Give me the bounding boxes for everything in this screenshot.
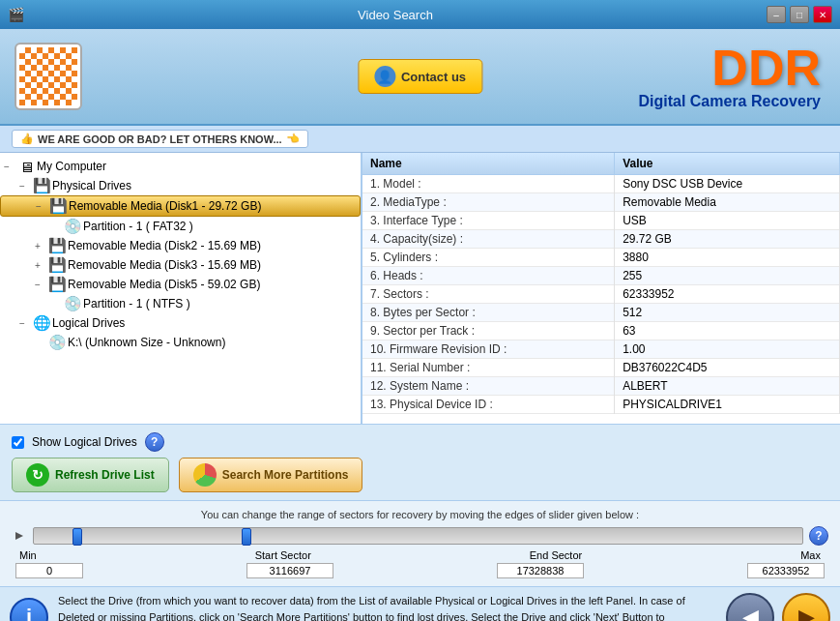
slider-track[interactable]	[33, 527, 803, 545]
thumbs-icon: 👍	[20, 133, 34, 145]
search-partitions-button[interactable]: Search More Partitions	[179, 458, 363, 492]
property-value: 29.72 GB	[615, 230, 840, 249]
table-row: 1. Model :Sony DSC USB Device	[362, 175, 840, 193]
tree-item-icon: 💾	[49, 197, 67, 215]
properties-rows: 1. Model :Sony DSC USB Device2. MediaTyp…	[362, 175, 840, 414]
tree-item[interactable]: 💿K:\ (Unknown Size - Unknown)	[0, 333, 361, 352]
property-name: 2. MediaType :	[362, 193, 615, 212]
banner: 👍 WE ARE GOOD OR BAD? LET OTHERS KNOW...…	[0, 126, 840, 153]
nav-buttons: ◀ ▶	[726, 593, 830, 621]
table-row: 4. Capacity(size) :29.72 GB	[362, 230, 840, 249]
tree-expand-btn[interactable]: −	[19, 318, 31, 329]
tree-expand-btn[interactable]: +	[35, 260, 46, 271]
tree-item-label: Logical Drives	[50, 316, 125, 330]
properties-panel: Name Value 1. Model :Sony DSC USB Device…	[362, 153, 840, 424]
tree-item-icon: 💿	[48, 334, 66, 351]
ddr-logo-text: DDR	[638, 43, 821, 93]
property-value: Sony DSC USB Device	[615, 175, 840, 193]
slider-track-row: ?	[12, 526, 828, 546]
ddr-branding: DDR Digital Camera Recovery	[638, 43, 821, 110]
banner-text: 👍 WE ARE GOOD OR BAD? LET OTHERS KNOW...…	[12, 130, 308, 148]
table-row: 10. Firmware Revision ID :1.00	[362, 340, 840, 359]
tree-item[interactable]: +💾Removable Media (Disk2 - 15.69 MB)	[0, 236, 361, 255]
property-name: 7. Sectors :	[362, 285, 615, 304]
hand-icon: 👈	[286, 133, 300, 145]
table-row: 2. MediaType :Removable Media	[362, 193, 840, 212]
next-button[interactable]: ▶	[782, 593, 830, 621]
max-value-field[interactable]	[747, 563, 825, 578]
titlebar: 🎬 Video Search – □ ✕	[0, 0, 840, 29]
tree-item[interactable]: −💾Removable Media (Disk5 - 59.02 GB)	[0, 275, 361, 294]
titlebar-icon: 🎬	[8, 7, 24, 22]
info-bar: i Select the Drive (from which you want …	[0, 586, 840, 621]
back-button[interactable]: ◀	[726, 593, 774, 621]
property-name: 6. Heads :	[362, 267, 615, 285]
tree-expand-btn[interactable]: −	[36, 201, 47, 212]
table-row: 3. Interface Type :USB	[362, 212, 840, 230]
property-name: 4. Capacity(size) :	[362, 230, 615, 249]
slider-description: You can change the range of sectors for …	[12, 509, 828, 520]
table-row: 11. Serial Number :DB376022C4D5	[362, 359, 840, 377]
contact-button[interactable]: 👤 Contact us	[358, 59, 482, 94]
properties-table: Name Value 1. Model :Sony DSC USB Device…	[362, 153, 840, 414]
drive-tree[interactable]: −🖥My Computer−💾Physical Drives−💾Removabl…	[0, 153, 361, 424]
slider-section: You can change the range of sectors for …	[0, 500, 840, 586]
titlebar-controls: – □ ✕	[767, 6, 832, 23]
property-value: PHYSICALDRIVE1	[615, 396, 840, 414]
tree-expand-btn[interactable]: +	[35, 241, 46, 251]
property-value: 63	[615, 322, 840, 340]
tree-item[interactable]: 💿Partition - 1 ( NTFS )	[0, 294, 361, 313]
tree-item[interactable]: −💾Physical Drives	[0, 176, 361, 195]
property-value: 255	[615, 267, 840, 285]
tree-expand-btn[interactable]: −	[35, 280, 46, 290]
tree-item-icon: 💿	[64, 218, 81, 235]
slider-left-handle[interactable]	[72, 528, 82, 546]
slider-help-button[interactable]: ?	[809, 526, 828, 546]
min-value-field[interactable]	[15, 563, 83, 578]
refresh-label: Refresh Drive List	[55, 468, 155, 482]
header-area: 👤 Contact us DDR Digital Camera Recovery	[0, 29, 840, 126]
tree-expand-btn[interactable]: −	[4, 162, 15, 172]
info-icon: i	[10, 598, 48, 621]
tree-item-label: Removable Media (Disk3 - 15.69 MB)	[66, 258, 261, 272]
action-buttons: ↻ Refresh Drive List Search More Partiti…	[12, 458, 828, 492]
tree-item[interactable]: +💾Removable Media (Disk3 - 15.69 MB)	[0, 255, 361, 275]
start-sector-field[interactable]	[246, 563, 333, 578]
close-button[interactable]: ✕	[813, 6, 832, 23]
contact-icon: 👤	[374, 66, 395, 87]
tree-item-label: Removable Media (Disk2 - 15.69 MB)	[66, 239, 261, 252]
tree-item-label: K:\ (Unknown Size - Unknown)	[66, 336, 225, 349]
tree-item[interactable]: 💿Partition - 1 ( FAT32 )	[0, 217, 361, 236]
tree-item-icon: 💾	[33, 177, 50, 194]
tree-item[interactable]: −🌐Logical Drives	[0, 313, 361, 333]
tree-item[interactable]: −🖥My Computer	[0, 157, 361, 176]
maximize-button[interactable]: □	[790, 6, 809, 23]
slider-right-handle[interactable]	[242, 528, 251, 546]
property-name: 12. System Name :	[362, 377, 615, 396]
tree-item-icon: 🖥	[17, 158, 35, 175]
minimize-button[interactable]: –	[767, 6, 786, 23]
show-logical-checkbox[interactable]	[12, 436, 24, 449]
tree-expand-btn[interactable]: −	[19, 181, 31, 192]
show-logical-label: Show Logical Drives	[32, 435, 137, 449]
tree-item-icon: 💿	[64, 295, 81, 312]
property-value: 512	[615, 304, 840, 322]
end-sector-field[interactable]	[497, 563, 584, 578]
slider-labels: Min Start Sector End Sector Max	[12, 549, 828, 561]
logo-box	[14, 43, 82, 110]
refresh-drive-button[interactable]: ↻ Refresh Drive List	[12, 458, 169, 492]
titlebar-title: Video Search	[358, 8, 433, 22]
tree-item-label: Partition - 1 ( NTFS )	[81, 297, 190, 310]
max-label: Max	[800, 549, 821, 561]
tree-item-label: Partition - 1 ( FAT32 )	[81, 220, 193, 233]
help-button[interactable]: ?	[145, 432, 164, 452]
property-value: USB	[615, 212, 840, 230]
property-name: 10. Firmware Revision ID :	[362, 340, 615, 359]
ddr-subtitle: Digital Camera Recovery	[638, 93, 821, 110]
tree-item[interactable]: −💾Removable Media (Disk1 - 29.72 GB)	[0, 195, 361, 217]
property-value: 1.00	[615, 340, 840, 359]
tree-item-icon: 💾	[48, 276, 66, 293]
property-name: 8. Bytes per Sector :	[362, 304, 615, 322]
tree-item-label: Removable Media (Disk5 - 59.02 GB)	[66, 278, 260, 291]
table-row: 9. Sector per Track :63	[362, 322, 840, 340]
